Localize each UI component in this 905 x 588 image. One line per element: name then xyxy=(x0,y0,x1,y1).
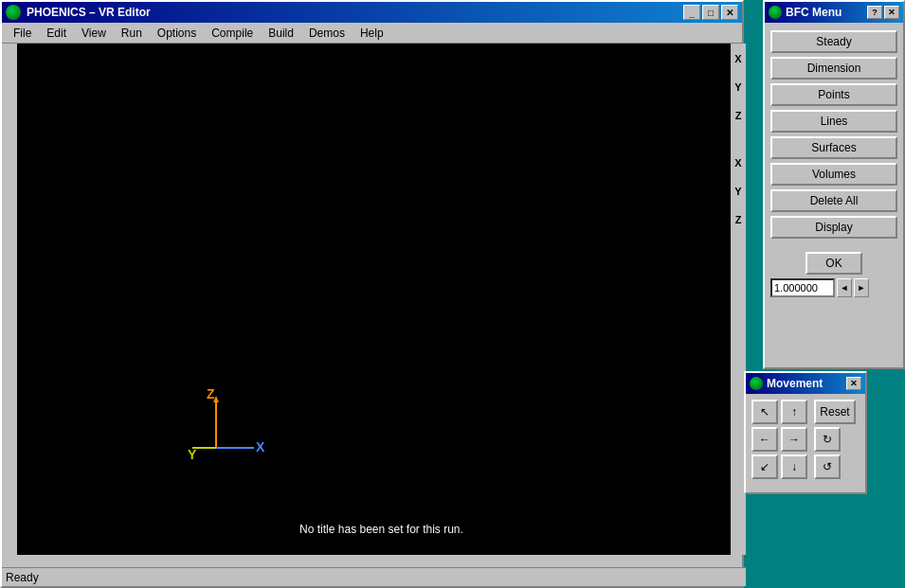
bfc-delete-all-button[interactable]: Delete All xyxy=(770,189,897,212)
right-z-label-1: Z xyxy=(735,110,742,121)
vr-minimize-button[interactable]: _ xyxy=(683,5,700,20)
vr-maximize-button[interactable]: □ xyxy=(702,5,719,20)
movement-row3: ↙ ↓ ↺ xyxy=(751,454,860,479)
menu-build[interactable]: Build xyxy=(261,25,301,42)
movement-reset-button[interactable]: Reset xyxy=(814,400,856,424)
bfc-title-bar: BFC Menu ? ✕ xyxy=(765,2,903,23)
menu-compile[interactable]: Compile xyxy=(204,25,261,42)
menu-demos[interactable]: Demos xyxy=(301,25,353,42)
menu-help[interactable]: Help xyxy=(353,25,391,42)
bfc-zoom-input[interactable] xyxy=(770,278,835,297)
movement-title-bar: Movement ✕ xyxy=(746,373,865,394)
movement-upleft-button[interactable]: ↖ xyxy=(751,400,778,424)
bfc-dimension-button[interactable]: Dimension xyxy=(770,57,897,80)
menu-edit[interactable]: Edit xyxy=(39,25,74,42)
movement-down-button[interactable]: ↓ xyxy=(781,454,807,479)
menu-bar: File Edit View Run Options Compile Build… xyxy=(2,23,742,44)
bfc-lines-button[interactable]: Lines xyxy=(770,110,897,133)
bfc-surfaces-button[interactable]: Surfaces xyxy=(770,136,897,159)
movement-close-button[interactable]: ✕ xyxy=(846,377,861,390)
movement-left-button[interactable]: ← xyxy=(751,427,778,452)
movement-rotateccw-button[interactable]: ↺ xyxy=(814,454,841,479)
right-z-label-2: Z xyxy=(735,214,742,225)
menu-view[interactable]: View xyxy=(74,25,114,42)
svg-text:Y: Y xyxy=(188,447,197,462)
right-y-label-1: Y xyxy=(734,81,741,93)
bfc-title-buttons: ? ✕ xyxy=(867,6,899,19)
bfc-menu-window: BFC Menu ? ✕ Steady Dimension Points Lin… xyxy=(763,0,905,369)
movement-content: ↖ ↑ Reset ← → ↻ ↙ ↓ ↺ xyxy=(746,394,865,485)
movement-title-text: Movement xyxy=(767,377,846,390)
vr-editor-window: PHOENICS – VR Editor _ □ ✕ File Edit Vie… xyxy=(0,0,744,588)
bfc-content: Steady Dimension Points Lines Surfaces V… xyxy=(765,23,903,246)
vr-close-button[interactable]: ✕ xyxy=(721,5,738,20)
vr-title-buttons: _ □ ✕ xyxy=(683,5,738,20)
canvas-status-text: No title has been set for this run. xyxy=(17,523,746,536)
vr-app-icon xyxy=(6,5,21,20)
right-y-label-2: Y xyxy=(734,186,741,197)
svg-text:Z: Z xyxy=(207,386,215,401)
bfc-ok-section: OK xyxy=(765,246,903,278)
bfc-zoom-row: ◄ ► xyxy=(765,278,903,297)
axis-svg: Z Y X xyxy=(188,382,282,476)
bfc-help-button[interactable]: ? xyxy=(867,6,882,19)
bfc-ok-button[interactable]: OK xyxy=(805,252,862,275)
right-x-label-1: X xyxy=(734,53,741,64)
svg-text:X: X xyxy=(256,439,265,454)
movement-row1: ↖ ↑ Reset xyxy=(751,400,860,424)
menu-options[interactable]: Options xyxy=(150,25,204,42)
bfc-points-button[interactable]: Points xyxy=(770,83,897,106)
movement-row2: ← → ↻ xyxy=(751,427,860,452)
bfc-volumes-button[interactable]: Volumes xyxy=(770,163,897,186)
bfc-close-button[interactable]: ✕ xyxy=(884,6,899,19)
movement-window: Movement ✕ ↖ ↑ Reset ← → ↻ ↙ ↓ ↺ xyxy=(744,371,867,494)
status-text: Ready xyxy=(6,571,39,584)
canvas-area: Z Y X No title has been set for this run… xyxy=(17,44,746,555)
movement-downleft-button[interactable]: ↙ xyxy=(751,454,778,479)
bfc-app-icon xyxy=(769,6,782,19)
menu-file[interactable]: File xyxy=(6,25,39,42)
movement-rotatecw-button[interactable]: ↻ xyxy=(814,427,841,452)
movement-right-button[interactable]: → xyxy=(781,427,807,452)
menu-run[interactable]: Run xyxy=(114,25,150,42)
vr-title-text: PHOENICS – VR Editor xyxy=(27,6,683,19)
movement-app-icon xyxy=(750,377,763,390)
bfc-steady-button[interactable]: Steady xyxy=(770,30,897,53)
movement-up-button[interactable]: ↑ xyxy=(781,400,807,424)
vr-title-bar: PHOENICS – VR Editor _ □ ✕ xyxy=(2,2,742,23)
bfc-zoom-right-arrow[interactable]: ► xyxy=(854,278,869,297)
bfc-display-button[interactable]: Display xyxy=(770,216,897,239)
axis-indicator: Z Y X xyxy=(188,382,282,479)
right-x-label-2: X xyxy=(734,157,741,169)
bfc-title-text: BFC Menu xyxy=(786,6,867,19)
bfc-zoom-left-arrow[interactable]: ◄ xyxy=(837,278,852,297)
status-bar: Ready xyxy=(2,567,746,586)
